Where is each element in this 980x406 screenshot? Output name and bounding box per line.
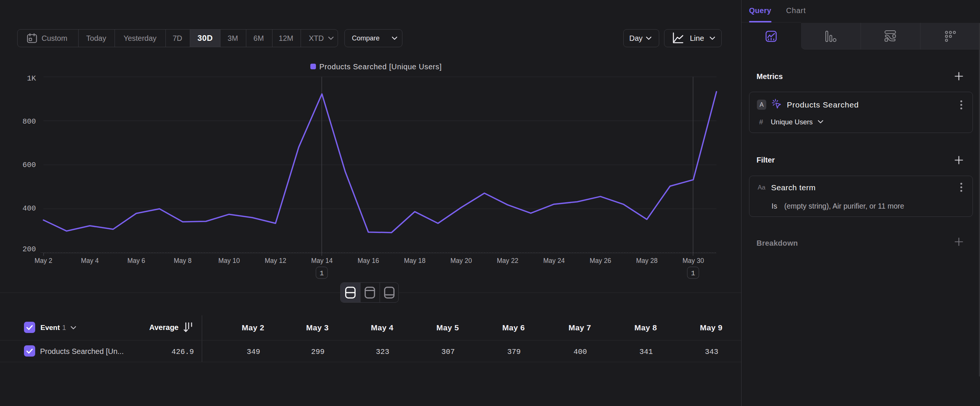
svg-text:May 16: May 16 <box>358 257 379 264</box>
svg-text:May 14: May 14 <box>311 257 333 264</box>
svg-text:May 20: May 20 <box>450 257 472 264</box>
svg-text:May 6: May 6 <box>127 257 145 264</box>
svg-text:May 30: May 30 <box>682 257 704 264</box>
svg-text:May 2: May 2 <box>35 257 52 264</box>
svg-text:May 22: May 22 <box>497 257 518 264</box>
svg-text:May 4: May 4 <box>81 257 99 264</box>
svg-text:600: 600 <box>22 161 36 169</box>
svg-text:1: 1 <box>320 269 324 277</box>
svg-text:May 26: May 26 <box>590 257 611 264</box>
svg-text:1K: 1K <box>27 74 36 83</box>
svg-text:May 8: May 8 <box>174 257 192 264</box>
svg-text:May 28: May 28 <box>636 257 657 264</box>
svg-text:400: 400 <box>22 204 36 213</box>
svg-text:800: 800 <box>22 117 36 126</box>
svg-text:May 18: May 18 <box>404 257 425 264</box>
svg-text:May 10: May 10 <box>218 257 240 264</box>
svg-text:May 24: May 24 <box>543 257 565 264</box>
svg-text:1: 1 <box>691 269 695 277</box>
svg-text:May 12: May 12 <box>265 257 286 264</box>
svg-text:200: 200 <box>22 245 36 253</box>
